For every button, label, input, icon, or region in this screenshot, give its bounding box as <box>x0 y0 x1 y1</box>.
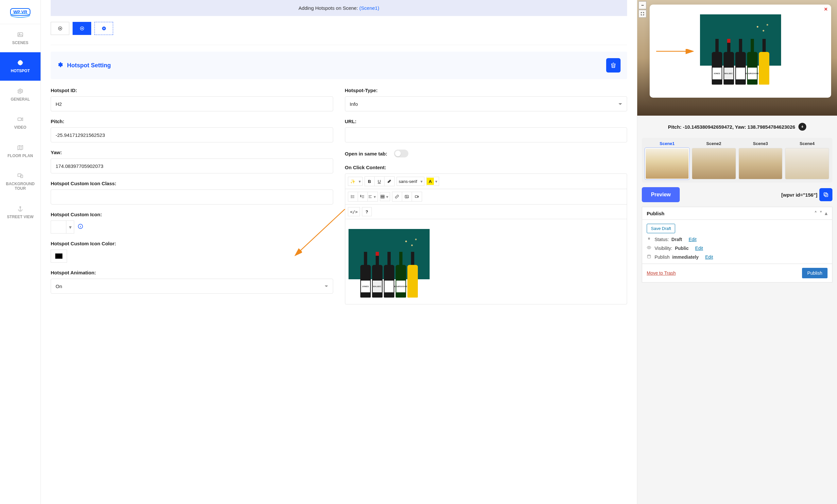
rte-bold-button[interactable]: B <box>365 177 375 186</box>
chevron-down-icon[interactable]: ˅ <box>820 210 822 216</box>
custom-icon-picker[interactable]: ▾ <box>51 221 74 234</box>
hotspot-animation-label: Hotspot Animation: <box>51 270 333 275</box>
svg-point-1 <box>19 34 20 35</box>
custom-icon-class-label: Hotspot Custom Icon Class: <box>51 181 333 186</box>
scene-thumb-4[interactable]: Scene4 <box>785 141 829 179</box>
calendar-icon <box>647 254 652 260</box>
hotspot-tab-2[interactable] <box>73 22 91 35</box>
copy-shortcode-button[interactable] <box>819 188 833 201</box>
rte-ol-button[interactable]: 12 <box>358 192 368 201</box>
svg-text:2: 2 <box>361 196 361 197</box>
sidebar-item-scenes[interactable]: SCENES <box>0 24 40 52</box>
hotspot-setting-title: Hotspot Setting <box>67 62 111 69</box>
sidebar-item-floorplan[interactable]: FLOOR PLAN <box>0 137 40 165</box>
custom-icon-label: Hotspot Custom Icon: <box>51 212 333 217</box>
sidebar-item-label: VIDEO <box>14 125 26 130</box>
eye-icon <box>647 245 652 251</box>
custom-icon-color-label: Hotspot Custom Icon Color: <box>51 241 333 246</box>
scene-thumb-3[interactable]: Scene3 <box>738 141 783 179</box>
custom-icon-class-input[interactable] <box>51 189 333 204</box>
sidebar-item-label: HOTSPOT <box>11 69 30 73</box>
url-label: URL: <box>345 118 627 124</box>
hotspot-type-select[interactable]: Info <box>345 96 627 111</box>
sidebar-item-label: STREET VIEW <box>7 214 33 219</box>
rte-align-button[interactable]: ▾ <box>368 192 378 201</box>
devices-icon <box>17 172 23 179</box>
hotspot-tab-1[interactable] <box>51 22 69 35</box>
hotspot-id-label: Hotspot ID: <box>51 88 333 93</box>
scene-thumb-2[interactable]: Scene2 <box>692 141 736 179</box>
target-icon <box>17 59 23 66</box>
vr-preview-viewport[interactable]: − ✕ JONES MALBEC BOURGOGNE <box>637 0 837 116</box>
hotspot-id-input[interactable] <box>51 96 333 111</box>
caret-up-icon[interactable]: ▴ <box>825 210 827 216</box>
svg-rect-29 <box>647 255 650 258</box>
logo: WP VR <box>0 0 40 24</box>
status-value: Draft <box>672 237 682 242</box>
rte-help-button[interactable]: ? <box>362 207 372 216</box>
svg-point-22 <box>406 196 406 197</box>
banner-scene-link[interactable]: (Scene1) <box>359 5 379 11</box>
download-coords-button[interactable] <box>798 123 806 131</box>
save-draft-button[interactable]: Save Draft <box>647 224 675 233</box>
color-picker[interactable] <box>51 249 67 263</box>
rte-link-button[interactable] <box>392 192 402 201</box>
hotspot-popup: ✕ JONES MALBEC BOURGOGNE <box>649 4 831 98</box>
fullscreen-button[interactable] <box>639 10 646 18</box>
rte-image-button[interactable] <box>402 192 412 201</box>
open-same-tab-label: Open in same tab: <box>345 151 388 156</box>
gear-icon <box>57 62 63 69</box>
pitch-label: Pitch: <box>51 118 333 124</box>
rte-underline-button[interactable]: U <box>375 177 385 186</box>
inserted-image[interactable]: JONES MALBEC BOURGOGNE <box>349 229 430 301</box>
shortcode-text: [wpvr id="156"] <box>781 192 817 198</box>
banner-prefix: Adding Hotspots on Scene: <box>299 5 359 11</box>
rte-magic-button[interactable]: ✨▾ <box>348 177 362 186</box>
rte-ul-button[interactable] <box>348 192 358 201</box>
sidebar-item-video[interactable]: VIDEO <box>0 109 40 137</box>
sidebar-item-streetview[interactable]: STREET VIEW <box>0 198 40 226</box>
rich-text-editor: ✨▾ B U sans-serif▾ A▾ <box>345 173 627 304</box>
svg-rect-0 <box>18 33 23 37</box>
move-to-trash-link[interactable]: Move to Trash <box>647 270 676 276</box>
add-hotspot-tab[interactable] <box>94 22 113 35</box>
edit-status-link[interactable]: Edit <box>689 237 696 242</box>
svg-rect-27 <box>824 193 827 195</box>
rte-color-button[interactable]: A▾ <box>426 177 439 186</box>
edit-schedule-link[interactable]: Edit <box>705 255 713 260</box>
image-icon <box>17 31 23 38</box>
svg-point-8 <box>20 206 21 207</box>
visibility-value: Public <box>675 246 689 251</box>
sidebar-item-label: BACKGROUND TOUR <box>3 182 38 191</box>
hotspot-animation-select[interactable]: On <box>51 279 333 294</box>
scene-thumb-1[interactable]: Scene1 <box>645 141 689 179</box>
svg-point-10 <box>59 28 60 29</box>
video-icon <box>17 116 23 123</box>
rte-table-button[interactable]: ▾ <box>380 192 390 201</box>
open-same-tab-toggle[interactable] <box>394 150 408 157</box>
svg-point-16 <box>351 196 352 197</box>
pitch-input[interactable] <box>51 127 333 143</box>
yaw-input[interactable] <box>51 158 333 173</box>
rte-video-button[interactable] <box>412 192 422 201</box>
on-click-content-label: On Click Content: <box>345 165 627 170</box>
close-icon[interactable]: ✕ <box>824 6 828 12</box>
chevron-up-icon[interactable]: ˄ <box>815 210 817 216</box>
preview-panel: − ✕ JONES MALBEC BOURGOGNE <box>637 0 837 504</box>
rte-eraser-button[interactable] <box>385 177 394 186</box>
info-icon[interactable] <box>77 223 83 230</box>
sidebar-item-bgtour[interactable]: BACKGROUND TOUR <box>0 165 40 198</box>
preview-button[interactable]: Preview <box>642 187 680 202</box>
zoom-out-button[interactable]: − <box>639 1 646 9</box>
delete-hotspot-button[interactable] <box>606 58 621 73</box>
sidebar-item-hotspot[interactable]: HOTSPOT <box>0 52 40 80</box>
rte-code-button[interactable]: </> <box>348 207 360 216</box>
publish-button[interactable]: Publish <box>802 268 827 278</box>
edit-visibility-link[interactable]: Edit <box>695 246 703 251</box>
url-input[interactable] <box>345 127 627 143</box>
sidebar-item-general[interactable]: GENERAL <box>0 81 40 109</box>
hotspot-tabs <box>51 22 627 45</box>
rte-content-area[interactable]: JONES MALBEC BOURGOGNE <box>345 219 627 304</box>
svg-rect-20 <box>380 195 384 198</box>
rte-font-select[interactable]: sans-serif▾ <box>397 177 424 186</box>
